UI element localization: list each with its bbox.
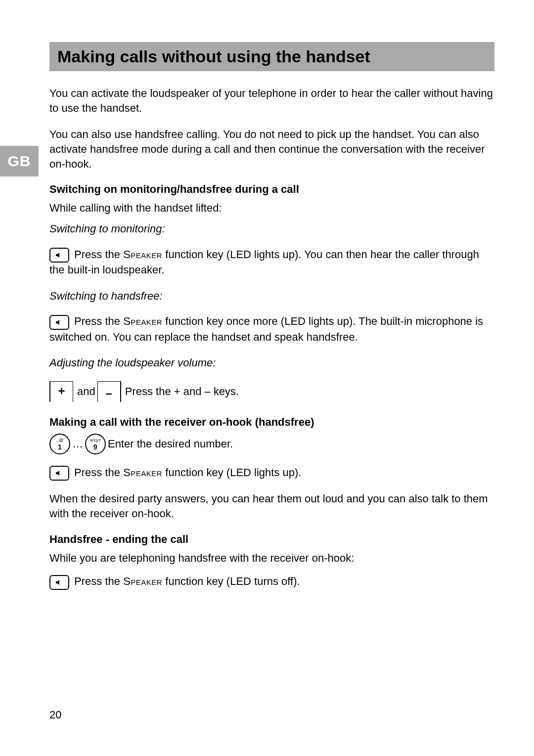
numkey-9-icon: wxyz 9: [85, 434, 106, 454]
page-title: Making calls without using the handset: [49, 42, 494, 71]
instr2-pre: Press the: [71, 315, 123, 327]
numkey-1-icon: .,@ 1: [49, 434, 70, 454]
end-call-line: While you are telephoning handsfree with…: [49, 551, 494, 566]
instruction-press-speaker-onhook: Press the Speaker function key (LED ligh…: [49, 465, 494, 481]
text-while-calling: While calling with the handset lifted:: [49, 201, 494, 216]
volume-text: Press the + and – keys.: [125, 384, 239, 400]
onhook-result: When the desired party answers, you can …: [49, 491, 494, 521]
end-instr-pre: Press the: [71, 575, 123, 587]
heading-onhook-call: Making a call with the receiver on-hook …: [49, 416, 494, 429]
end-instr-key: Speaker: [123, 575, 162, 587]
speaker-key-icon: [49, 575, 69, 590]
instruction-volume: + and – Press the + and – keys.: [49, 381, 494, 402]
speaker-key-icon: [49, 466, 69, 481]
speaker-key-icon: [49, 248, 69, 263]
minus-key-icon: –: [97, 381, 121, 402]
instr1-pre: Press the: [71, 248, 123, 261]
plus-key-icon: +: [49, 381, 73, 402]
numkey-1-bot: 1: [58, 444, 62, 450]
sidebar-language-tab: GB: [0, 146, 39, 177]
instr2-key: Speaker: [123, 315, 162, 327]
instruction-end-call: Press the Speaker function key (LED turn…: [49, 574, 494, 589]
subheading-volume: Adjusting the loudspeaker volume:: [49, 356, 494, 370]
enter-number-text: Enter the desired number.: [108, 437, 233, 452]
intro-paragraph-1: You can activate the loudspeaker of your…: [49, 86, 494, 115]
numkey-9-bot: 9: [93, 444, 97, 450]
numkey-1-top: .,@: [56, 438, 64, 443]
instr1-key: Speaker: [123, 248, 162, 261]
instruction-handsfree: Press the Speaker function key once more…: [49, 314, 494, 345]
onhook-instr-pre: Press the: [71, 466, 123, 479]
onhook-instr-key: Speaker: [123, 466, 162, 479]
numkey-9-top: wxyz: [90, 438, 101, 443]
page-number: 20: [49, 709, 61, 721]
intro-paragraph-2: You can also use handsfree calling. You …: [49, 127, 494, 171]
heading-monitoring-handsfree: Switching on monitoring/handsfree during…: [49, 183, 494, 196]
subheading-monitoring: Switching to monitoring:: [49, 222, 494, 236]
speaker-key-icon: [49, 315, 69, 330]
instruction-monitoring: Press the Speaker function key (LED ligh…: [49, 247, 494, 278]
instruction-enter-number: .,@ 1 … wxyz 9 Enter the desired number.: [49, 434, 494, 454]
num-ellipsis: …: [72, 437, 83, 452]
subheading-handsfree: Switching to handsfree:: [49, 289, 494, 304]
onhook-instr-post: function key (LED lights up).: [162, 466, 301, 479]
volume-and: and: [77, 384, 95, 400]
end-instr-post: function key (LED turns off).: [162, 575, 300, 587]
heading-end-call: Handsfree - ending the call: [49, 533, 494, 546]
